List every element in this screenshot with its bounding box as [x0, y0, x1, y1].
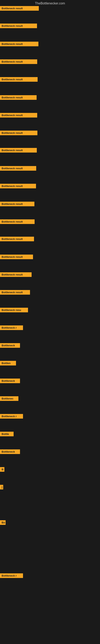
bottleneck-result-item[interactable]: Bottleneck	[0, 343, 20, 348]
bottleneck-result-item[interactable]: Bottleneck result	[0, 95, 37, 100]
bottleneck-result-item[interactable]: Bottleneck result	[0, 219, 35, 225]
bottleneck-badge: Bottleneck result	[0, 77, 38, 82]
bottleneck-result-item[interactable]: Bottleneck	[0, 450, 20, 455]
bottleneck-result-item[interactable]: Bottleneck result	[0, 42, 38, 47]
bottleneck-result-item[interactable]: Bottle	[0, 432, 14, 437]
bottleneck-result-item[interactable]: Bottleneck result	[0, 59, 37, 65]
bottleneck-badge: Bottleneck result	[0, 184, 36, 188]
bottleneck-result-item[interactable]: |	[0, 485, 3, 490]
bottleneck-badge: Bottleneck	[0, 343, 20, 348]
bottleneck-result-item[interactable]: Bottleneck resu	[0, 308, 28, 313]
bottleneck-badge: Bottleneck result	[0, 290, 30, 295]
bottleneck-result-item[interactable]: Bottleneck result	[0, 166, 36, 172]
bottleneck-result-item[interactable]: Bo	[0, 520, 6, 526]
bottleneck-badge: Bottleneck result	[0, 148, 37, 152]
bottleneck-badge: Bottleneck result	[0, 113, 37, 118]
bottleneck-result-item[interactable]: Bottleneck result	[0, 272, 32, 278]
bottleneck-badge: Bottleneck result	[0, 166, 36, 171]
site-title: TheBottlenecker.com	[0, 0, 100, 6]
bottleneck-badge: Bottleneck	[0, 450, 20, 454]
bottleneck-result-item[interactable]: Bottleneck	[0, 378, 20, 384]
bottleneck-badge: Bottleneck result	[0, 219, 35, 224]
bottleneck-result-item[interactable]: Bottleneck result	[0, 130, 37, 136]
bottleneck-badge: Bottleneck resu	[0, 308, 28, 312]
bottleneck-result-item[interactable]: Bottleneck result	[0, 254, 33, 260]
bottleneck-badge: Bottleneck result	[0, 202, 34, 206]
bottleneck-result-item[interactable]: B	[0, 467, 4, 472]
bottleneck-result-item[interactable]: Bottleneck r	[0, 326, 23, 331]
bottleneck-result-item[interactable]: Bottleneck result	[0, 24, 37, 29]
bottleneck-badge: Bottleneck result	[0, 272, 32, 277]
bottleneck-result-item[interactable]: Bottlen	[0, 361, 16, 366]
bottleneck-badge: Bottleneck result	[0, 95, 37, 100]
bottleneck-badge: Bottleneck	[0, 378, 20, 383]
bottleneck-result-item[interactable]: Bottleneck result	[0, 237, 34, 242]
bottleneck-result-item[interactable]: Bottleneck result	[0, 148, 37, 153]
bottleneck-badge: Bottlenec	[0, 396, 18, 401]
bottleneck-badge: Bottleneck r	[0, 414, 23, 418]
bottleneck-badge: Bottleneck result	[0, 42, 38, 46]
bottleneck-badge: Bottleneck r	[0, 326, 23, 330]
bottleneck-result-item[interactable]: Bottleneck result	[0, 113, 37, 118]
bottleneck-badge: Bottleneck result	[0, 59, 37, 64]
bottleneck-badge: Bottlen	[0, 361, 16, 366]
bottleneck-result-item[interactable]: Bottleneck result	[0, 184, 36, 189]
bottleneck-badge: |	[0, 485, 3, 490]
bottleneck-result-item[interactable]: Bottleneck result	[0, 290, 30, 296]
bottleneck-badge: Bottleneck result	[0, 254, 33, 259]
bottleneck-badge: Bottleneck result	[0, 130, 37, 135]
bottleneck-result-item[interactable]: Bottleneck result	[0, 202, 34, 207]
bottleneck-result-item[interactable]: Bottleneck r	[0, 573, 23, 579]
bottleneck-result-item[interactable]: Bottlenec	[0, 396, 18, 402]
bottleneck-result-item[interactable]: Bottleneck r	[0, 414, 23, 420]
bottleneck-badge: Bottleneck r	[0, 573, 23, 578]
bottleneck-result-item[interactable]: Bottleneck result	[0, 6, 39, 12]
bottleneck-badge: Bottleneck result	[0, 24, 37, 28]
bottleneck-badge: Bo	[0, 520, 6, 525]
bottleneck-badge: Bottleneck result	[0, 237, 34, 241]
bottleneck-badge: B	[0, 467, 4, 472]
bottleneck-badge: Bottleneck result	[0, 6, 39, 11]
bottleneck-result-item[interactable]: Bottleneck result	[0, 77, 38, 82]
bottleneck-badge: Bottle	[0, 432, 14, 436]
